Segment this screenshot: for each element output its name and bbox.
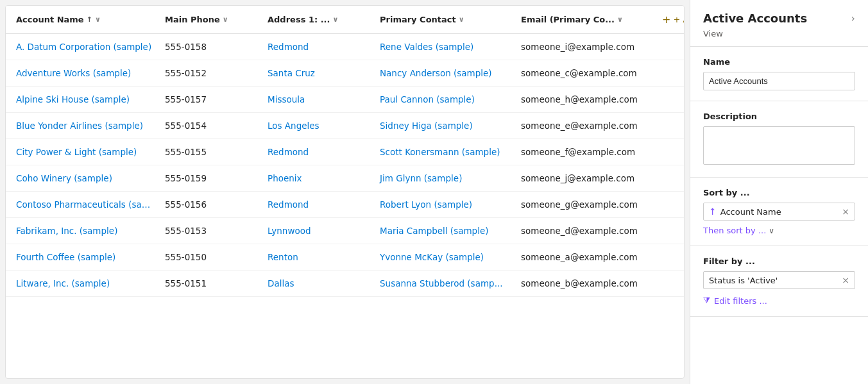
cell-address-8[interactable]: Renton: [262, 244, 375, 270]
cell-contact-5[interactable]: Jim Glynn (sample): [375, 165, 516, 191]
cell-phone-5: 555-0159: [160, 165, 262, 191]
sort-up-arrow-icon: ↑: [709, 206, 717, 217]
filter-chip: Status is 'Active' ×: [703, 271, 855, 289]
cell-contact-4[interactable]: Scott Konersmann (sample): [375, 139, 516, 165]
cell-email-6: someone_g@example.com: [516, 192, 657, 217]
panel-filter-section: Filter by ... Status is 'Active' × ⧩ Edi…: [690, 246, 868, 317]
panel-name-input[interactable]: [703, 72, 855, 90]
cell-address-7[interactable]: Lynnwood: [262, 218, 375, 244]
cell-account-6[interactable]: Contoso Pharmaceuticals (sample): [11, 192, 160, 217]
col-header-phone[interactable]: Main Phone ∨: [160, 7, 262, 32]
col-email-chevron: ∨: [617, 15, 623, 24]
cell-address-5[interactable]: Phoenix: [262, 165, 375, 191]
cell-account-2[interactable]: Alpine Ski House (sample): [11, 87, 160, 112]
cell-contact-8[interactable]: Yvonne McKay (sample): [375, 244, 516, 270]
panel-description-section: Description: [690, 101, 868, 178]
panel-subtitle: View: [690, 28, 868, 46]
cell-email-2: someone_h@example.com: [516, 87, 657, 112]
cell-account-8[interactable]: Fourth Coffee (sample): [11, 244, 160, 270]
add-column-button[interactable]: + + Add column: [657, 6, 685, 33]
col-account-label: Account Name: [16, 15, 84, 24]
cell-contact-1[interactable]: Nancy Anderson (sample): [375, 60, 516, 86]
cell-address-4[interactable]: Redmond: [262, 139, 375, 165]
cell-contact-9[interactable]: Susanna Stubberod (samp...: [375, 271, 516, 296]
col-address-chevron: ∨: [333, 15, 339, 24]
filter-chip-value: Status is 'Active': [709, 276, 838, 285]
filter-icon: ⧩: [703, 296, 710, 306]
then-sort-chevron-icon: ∨: [769, 226, 774, 235]
cell-email-9: someone_b@example.com: [516, 271, 657, 296]
panel-sort-section: Sort by ... ↑ Account Name × Then sort b…: [690, 178, 868, 246]
cell-email-1: someone_c@example.com: [516, 60, 657, 86]
col-header-address[interactable]: Address 1: ... ∨: [262, 7, 375, 32]
table-row: Fabrikam, Inc. (sample) 555-0153 Lynnwoo…: [6, 218, 684, 244]
table-row: Coho Winery (sample) 555-0159 Phoenix Ji…: [6, 165, 684, 192]
cell-address-2[interactable]: Missoula: [262, 87, 375, 112]
col-header-contact[interactable]: Primary Contact ∨: [375, 7, 516, 32]
table-row: Litware, Inc. (sample) 555-0151 Dallas S…: [6, 271, 684, 297]
cell-phone-1: 555-0152: [160, 60, 262, 86]
sort-chip-value: Account Name: [720, 207, 838, 217]
col-account-chevron: ∨: [95, 15, 101, 24]
cell-email-5: someone_j@example.com: [516, 165, 657, 191]
cell-email-3: someone_e@example.com: [516, 113, 657, 138]
col-phone-label: Main Phone: [165, 15, 220, 24]
cell-phone-6: 555-0156: [160, 192, 262, 217]
cell-account-3[interactable]: Blue Yonder Airlines (sample): [11, 113, 160, 138]
cell-account-9[interactable]: Litware, Inc. (sample): [11, 271, 160, 296]
col-email-label: Email (Primary Co...: [521, 15, 615, 24]
cell-phone-9: 555-0151: [160, 271, 262, 296]
table-row: A. Datum Corporation (sample) 555-0158 R…: [6, 34, 684, 60]
cell-email-8: someone_a@example.com: [516, 244, 657, 270]
cell-address-6[interactable]: Redmond: [262, 192, 375, 217]
table-row: Adventure Works (sample) 555-0152 Santa …: [6, 60, 684, 87]
cell-account-4[interactable]: City Power & Light (sample): [11, 139, 160, 165]
cell-contact-7[interactable]: Maria Campbell (sample): [375, 218, 516, 244]
panel-description-input[interactable]: [703, 126, 855, 165]
cell-account-0[interactable]: A. Datum Corporation (sample): [11, 34, 160, 60]
sort-up-icon: ↑: [87, 15, 92, 24]
table-row: Alpine Ski House (sample) 555-0157 Misso…: [6, 87, 684, 113]
cell-address-1[interactable]: Santa Cruz: [262, 60, 375, 86]
main-table-area: Account Name ↑ ∨ Main Phone ∨ Address 1:…: [5, 5, 685, 379]
table-row: Fourth Coffee (sample) 555-0150 Renton Y…: [6, 244, 684, 271]
sort-chip-close-button[interactable]: ×: [842, 206, 849, 217]
right-panel: Active Accounts › View Name Description …: [690, 0, 868, 384]
col-header-account[interactable]: Account Name ↑ ∨: [11, 7, 160, 32]
cell-contact-0[interactable]: Rene Valdes (sample): [375, 34, 516, 60]
cell-account-7[interactable]: Fabrikam, Inc. (sample): [11, 218, 160, 244]
table-header: Account Name ↑ ∨ Main Phone ∨ Address 1:…: [6, 6, 684, 34]
cell-address-0[interactable]: Redmond: [262, 34, 375, 60]
filter-chip-close-button[interactable]: ×: [842, 275, 849, 285]
col-contact-chevron: ∨: [459, 15, 464, 24]
cell-contact-2[interactable]: Paul Cannon (sample): [375, 87, 516, 112]
table-row: Blue Yonder Airlines (sample) 555-0154 L…: [6, 113, 684, 139]
cell-phone-2: 555-0157: [160, 87, 262, 112]
table-body: A. Datum Corporation (sample) 555-0158 R…: [6, 34, 684, 378]
cell-address-9[interactable]: Dallas: [262, 271, 375, 296]
cell-phone-3: 555-0154: [160, 113, 262, 138]
then-sort-row[interactable]: Then sort by ... ∨: [703, 226, 855, 235]
sort-chip: ↑ Account Name ×: [703, 203, 855, 221]
panel-header: Active Accounts ›: [690, 0, 868, 28]
cell-contact-6[interactable]: Robert Lyon (sample): [375, 192, 516, 217]
edit-filters-button[interactable]: ⧩ Edit filters ...: [703, 296, 855, 306]
col-phone-chevron: ∨: [223, 15, 228, 24]
cell-email-4: someone_f@example.com: [516, 139, 657, 165]
then-sort-label: Then sort by ...: [703, 226, 766, 235]
cell-account-5[interactable]: Coho Winery (sample): [11, 165, 160, 191]
panel-name-label: Name: [703, 57, 855, 67]
cell-address-3[interactable]: Los Angeles: [262, 113, 375, 138]
cell-account-1[interactable]: Adventure Works (sample): [11, 60, 160, 86]
col-header-email[interactable]: Email (Primary Co... ∨: [516, 7, 657, 32]
panel-expand-icon[interactable]: ›: [851, 12, 855, 24]
table-row: City Power & Light (sample) 555-0155 Red…: [6, 139, 684, 165]
table-row: Contoso Pharmaceuticals (sample) 555-015…: [6, 192, 684, 218]
panel-description-label: Description: [703, 112, 855, 121]
panel-name-section: Name: [690, 47, 868, 101]
cell-phone-4: 555-0155: [160, 139, 262, 165]
panel-title: Active Accounts: [703, 12, 807, 25]
panel-filter-label: Filter by ...: [703, 256, 855, 266]
cell-contact-3[interactable]: Sidney Higa (sample): [375, 113, 516, 138]
add-column-plus-icon: +: [662, 13, 670, 26]
